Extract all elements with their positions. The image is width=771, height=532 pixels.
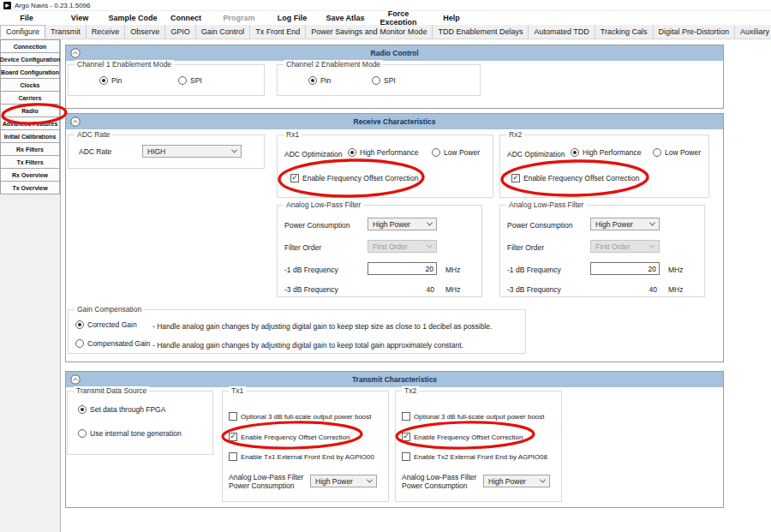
radio-button-icon[interactable] bbox=[432, 148, 440, 157]
sidebar-item-rx-filters[interactable]: Rx Filters bbox=[0, 142, 60, 156]
tab-observe[interactable]: Observe bbox=[125, 25, 165, 39]
chevron-down-icon bbox=[231, 147, 237, 153]
radio-button-icon[interactable] bbox=[78, 405, 87, 414]
rx2-high-performance-radio[interactable]: High Performance bbox=[571, 148, 642, 157]
compensated-gain-radio[interactable]: Compensated Gain bbox=[75, 339, 150, 348]
tab-tx-front-end[interactable]: Tx Front End bbox=[250, 25, 306, 39]
menu-file[interactable]: File bbox=[0, 14, 53, 22]
checkbox-unchecked-icon[interactable] bbox=[229, 412, 237, 421]
tab-power-savings[interactable]: Power Savings and Monitor Mode bbox=[306, 25, 433, 39]
channel1-pin-radio[interactable]: Pin bbox=[99, 76, 122, 85]
checkbox-unchecked-icon[interactable] bbox=[229, 452, 237, 461]
corrected-gain-radio[interactable]: Corrected Gain bbox=[75, 320, 137, 329]
channel1-enablement-group: Channel 1 Enablement Mode Pin SPI bbox=[68, 64, 265, 96]
collapse-icon[interactable] bbox=[70, 48, 81, 58]
tx1-alpf-power-dropdown[interactable]: High Power bbox=[310, 475, 377, 487]
sidebar-item-device-configuration[interactable]: Device Configuration bbox=[0, 52, 60, 66]
sidebar-item-tx-filters[interactable]: Tx Filters bbox=[0, 155, 60, 169]
menu-view[interactable]: View bbox=[53, 14, 106, 22]
rx1-low-power-label: Low Power bbox=[444, 148, 480, 157]
tx1-front-end-checkbox[interactable]: Enable Tx1 External Front End by AGPIO00 bbox=[229, 452, 374, 461]
compensated-gain-description: - Handle analog gain changes by adjustin… bbox=[152, 341, 463, 350]
sidebar-item-advanced-features[interactable]: Advanced Features bbox=[0, 117, 60, 130]
rx2-legend: Rx2 bbox=[506, 130, 524, 139]
rx1-high-performance-radio[interactable]: High Performance bbox=[348, 148, 419, 157]
sidebar-item-initial-calibrations[interactable]: Initial Calibrations bbox=[0, 129, 60, 143]
radio-button-icon[interactable] bbox=[75, 320, 84, 329]
internal-tone-radio[interactable]: Use internal tone generation bbox=[78, 429, 182, 438]
rx2-freq-offset-checkbox[interactable]: Enable Frequency Offset Correction bbox=[511, 174, 639, 182]
tab-auxiliary[interactable]: Auxiliary bbox=[735, 25, 771, 39]
collapse-icon[interactable] bbox=[70, 117, 81, 127]
radio-button-icon[interactable] bbox=[372, 76, 380, 85]
checkbox-unchecked-icon[interactable] bbox=[402, 412, 410, 421]
channel1-spi-radio[interactable]: SPI bbox=[178, 76, 202, 85]
tab-digital-pre-distortion[interactable]: Digital Pre-Distortion bbox=[654, 25, 736, 39]
tab-configure[interactable]: Configure bbox=[0, 25, 45, 39]
menu-sample-code[interactable]: Sample Code bbox=[106, 14, 159, 22]
menu-force-exception[interactable]: Force Exception bbox=[372, 9, 425, 27]
channel1-spi-label: SPI bbox=[190, 76, 202, 85]
rx1-power-consumption-value: High Power bbox=[373, 220, 410, 229]
checkbox-checked-icon[interactable] bbox=[402, 433, 410, 441]
menu-save-atlas[interactable]: Save Atlas bbox=[319, 14, 372, 22]
tab-tdd-enablement-delays[interactable]: TDD Enablement Delays bbox=[433, 25, 529, 39]
rx1-power-consumption-dropdown[interactable]: High Power bbox=[368, 218, 437, 230]
rx1-low-power-radio[interactable]: Low Power bbox=[432, 148, 480, 157]
rx2-power-consumption-dropdown[interactable]: High Power bbox=[590, 218, 660, 230]
channel2-spi-radio[interactable]: SPI bbox=[372, 76, 396, 85]
tx1-legend: Tx1 bbox=[229, 386, 246, 395]
radio-button-icon[interactable] bbox=[571, 148, 579, 157]
radio-button-icon[interactable] bbox=[75, 339, 84, 348]
chevron-down-icon bbox=[367, 477, 373, 483]
tab-tracking-cals[interactable]: Tracking Cals bbox=[595, 25, 654, 39]
radio-button-icon[interactable] bbox=[308, 76, 317, 85]
sidebar-item-radio[interactable]: Radio bbox=[0, 104, 60, 117]
checkbox-checked-icon[interactable] bbox=[229, 433, 237, 441]
radio-button-icon[interactable] bbox=[178, 76, 187, 85]
transmit-data-source-legend: Transmit Data Source bbox=[74, 386, 149, 395]
tab-transmit[interactable]: Transmit bbox=[45, 25, 87, 39]
channel2-pin-radio[interactable]: Pin bbox=[308, 76, 331, 85]
menu-connect[interactable]: Connect bbox=[159, 14, 212, 22]
rx2-1db-frequency-input[interactable] bbox=[590, 262, 660, 275]
sidebar-item-tx-overview[interactable]: Tx Overview bbox=[0, 181, 60, 194]
rx2-group: Rx2 ADC Optimization High Performance Lo… bbox=[499, 134, 709, 198]
tx2-alpf-power-dropdown[interactable]: High Power bbox=[483, 475, 550, 487]
rx1-1db-frequency-input[interactable] bbox=[368, 262, 437, 275]
rx1-filter-order-value: First Order bbox=[373, 242, 408, 251]
radio-button-icon[interactable] bbox=[653, 148, 661, 157]
menu-help[interactable]: Help bbox=[425, 14, 478, 22]
tx2-freq-offset-checkbox[interactable]: Enable Frequency Offset Correction bbox=[402, 433, 523, 441]
tx2-front-end-checkbox[interactable]: Enable Tx2 External Front End by AGPIO08 bbox=[402, 452, 547, 461]
sidebar-item-rx-overview[interactable]: Rx Overview bbox=[0, 168, 60, 182]
tx1-boost-checkbox[interactable]: Optional 3 dB full-scale output power bo… bbox=[229, 412, 372, 421]
tab-automated-tdd[interactable]: Automated TDD bbox=[529, 25, 595, 39]
sidebar-item-board-configuration[interactable]: Board Configuration bbox=[0, 65, 60, 79]
rx1-freq-offset-checkbox[interactable]: Enable Frequency Offset Correction bbox=[290, 174, 418, 182]
rx2-low-power-radio[interactable]: Low Power bbox=[653, 148, 701, 157]
checkbox-checked-icon[interactable] bbox=[290, 174, 299, 182]
tx2-boost-checkbox[interactable]: Optional 3 dB full-scale output power bo… bbox=[402, 412, 545, 421]
sidebar-item-clocks[interactable]: Clocks bbox=[0, 78, 60, 92]
sidebar-item-connection[interactable]: Connection bbox=[0, 39, 60, 53]
radio-control-header: Radio Control bbox=[66, 45, 723, 61]
tx1-freq-offset-checkbox[interactable]: Enable Frequency Offset Correction bbox=[229, 433, 350, 441]
checkbox-checked-icon[interactable] bbox=[511, 174, 520, 182]
rx1-1db-frequency-label: -1 dB Frequency bbox=[284, 266, 338, 274]
rx2-1db-frequency-label: -1 dB Frequency bbox=[507, 266, 561, 274]
menu-log-file[interactable]: Log File bbox=[266, 14, 319, 22]
adc-rate-dropdown[interactable]: HIGH bbox=[142, 145, 242, 158]
rx2-freq-offset-label: Enable Frequency Offset Correction bbox=[523, 174, 639, 182]
radio-button-icon[interactable] bbox=[348, 148, 356, 157]
tab-receive[interactable]: Receive bbox=[87, 25, 126, 39]
tab-gain-control[interactable]: Gain Control bbox=[196, 25, 251, 39]
rx2-power-consumption-label: Power Consumption bbox=[507, 221, 573, 230]
fpga-data-radio[interactable]: Set data through FPGA bbox=[78, 405, 165, 414]
radio-button-icon[interactable] bbox=[99, 76, 108, 85]
collapse-icon[interactable] bbox=[70, 374, 81, 385]
checkbox-unchecked-icon[interactable] bbox=[402, 452, 410, 461]
tab-gpio[interactable]: GPIO bbox=[165, 25, 196, 39]
radio-button-icon[interactable] bbox=[78, 429, 87, 438]
sidebar-item-carriers[interactable]: Carriers bbox=[0, 91, 60, 105]
